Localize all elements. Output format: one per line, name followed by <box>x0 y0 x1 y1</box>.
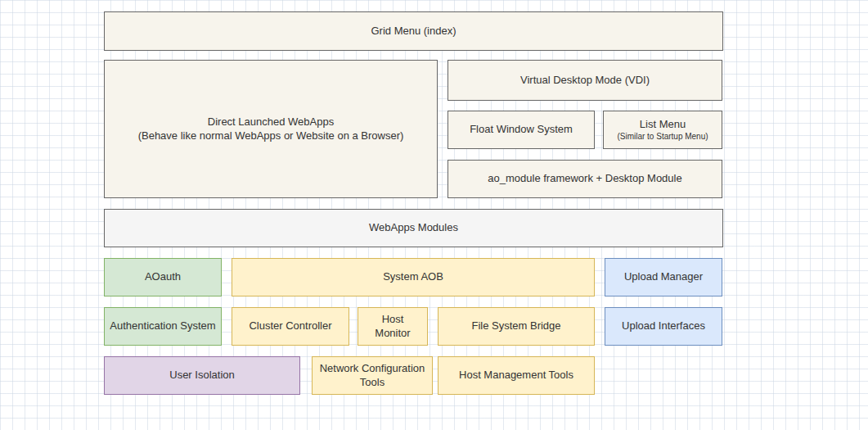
box-network-configuration-tools-label: Network Configuration Tools <box>317 362 427 390</box>
box-system-aob-label: System AOB <box>383 270 443 284</box>
box-list-menu: List Menu (Similar to Startup Menu) <box>603 111 722 149</box>
box-upload-interfaces-label: Upload Interfaces <box>622 319 705 333</box>
box-file-system-bridge: File System Bridge <box>438 307 595 346</box>
box-virtual-desktop-mode-label: Virtual Desktop Mode (VDI) <box>520 74 650 88</box>
box-network-configuration-tools: Network Configuration Tools <box>312 356 433 395</box>
box-direct-launched-webapps: Direct Launched WebApps (Behave like nor… <box>104 60 438 198</box>
box-cluster-controller-label: Cluster Controller <box>249 319 331 333</box>
box-list-menu-label: List Menu <box>640 118 686 132</box>
box-host-management-tools: Host Management Tools <box>438 356 595 395</box>
box-user-isolation-label: User Isolation <box>169 369 234 382</box>
box-user-isolation: User Isolation <box>104 356 300 395</box>
box-ao-module-framework-label: ao_module framework + Desktop Module <box>488 172 681 186</box>
box-upload-interfaces: Upload Interfaces <box>605 307 722 346</box>
diagram-canvas: Grid Menu (index) Direct Launched WebApp… <box>0 0 868 430</box>
box-upload-manager: Upload Manager <box>605 258 722 296</box>
box-host-monitor: Host Monitor <box>358 307 428 346</box>
box-grid-menu-label: Grid Menu (index) <box>371 25 456 38</box>
box-virtual-desktop-mode: Virtual Desktop Mode (VDI) <box>447 60 722 101</box>
box-system-aob: System AOB <box>232 258 595 296</box>
box-upload-manager-label: Upload Manager <box>624 270 703 284</box>
box-list-menu-sublabel: (Similar to Startup Menu) <box>617 131 708 142</box>
box-authentication-system-label: Authentication System <box>110 319 215 333</box>
box-grid-menu: Grid Menu (index) <box>104 11 723 51</box>
box-host-monitor-label: Host Monitor <box>363 313 422 341</box>
box-ao-module-framework: ao_module framework + Desktop Module <box>447 160 722 198</box>
box-aoauth-label: AOauth <box>145 270 181 284</box>
box-direct-launched-webapps-label: Direct Launched WebApps <box>208 115 334 129</box>
box-float-window-system-label: Float Window System <box>470 123 573 137</box>
box-host-management-tools-label: Host Management Tools <box>459 369 573 382</box>
box-direct-launched-webapps-sublabel: (Behave like normal WebApps or Website o… <box>138 129 404 143</box>
box-cluster-controller: Cluster Controller <box>232 307 349 346</box>
box-webapps-modules-label: WebApps Modules <box>369 221 458 235</box>
box-authentication-system: Authentication System <box>104 307 222 346</box>
box-webapps-modules: WebApps Modules <box>104 209 723 247</box>
box-aoauth: AOauth <box>104 258 222 296</box>
box-float-window-system: Float Window System <box>447 111 595 149</box>
box-file-system-bridge-label: File System Bridge <box>471 319 560 333</box>
